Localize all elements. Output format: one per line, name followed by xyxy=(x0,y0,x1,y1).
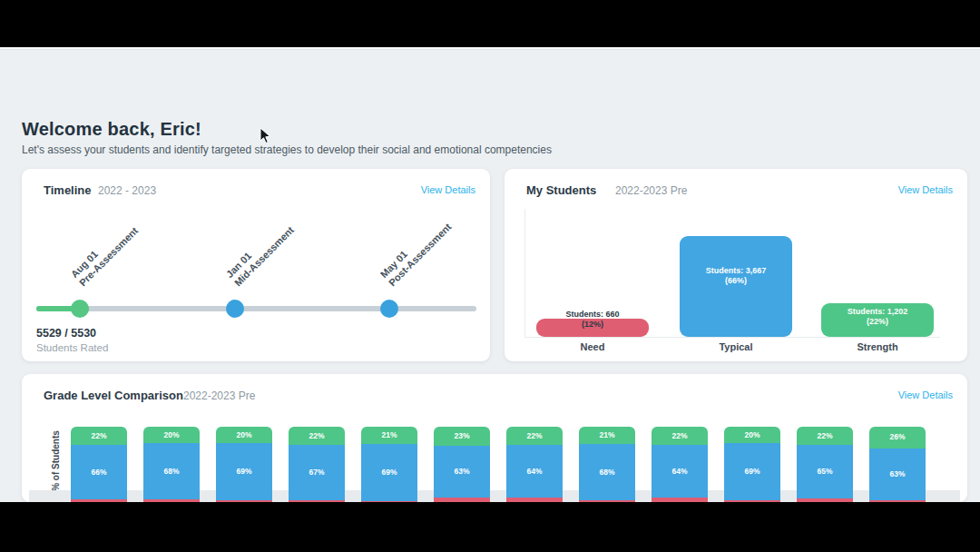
segment-typical: 68% xyxy=(143,443,200,499)
stacked-bar[interactable]: 22%64% xyxy=(506,427,563,502)
segment-strength: 23% xyxy=(434,427,490,446)
timeline-view-details-link[interactable]: View Details xyxy=(421,184,475,195)
milestone-label-post: May 01 Post-Assessment xyxy=(378,212,455,289)
segment-strength: 21% xyxy=(361,427,417,444)
segment-typical: 69% xyxy=(361,444,417,501)
segment-typical: 64% xyxy=(652,445,708,498)
stacked-bar[interactable]: 26%63% xyxy=(869,427,926,502)
segment-percent-label: 68% xyxy=(143,467,200,476)
segment-strength: 22% xyxy=(289,427,345,445)
segment-typical: 63% xyxy=(434,446,490,498)
segment-typical: 66% xyxy=(71,445,127,499)
stacked-bar[interactable]: 20%69% xyxy=(216,427,272,502)
my-students-card-period: 2022-2023 Pre xyxy=(615,184,687,197)
segment-strength: 21% xyxy=(579,427,635,444)
segment-percent-label: 69% xyxy=(361,468,417,477)
my-students-card: My Students 2022-2023 Pre View Details S… xyxy=(505,169,967,361)
timeline-card-period: 2022 - 2023 xyxy=(98,184,156,197)
milestone-label-mid: Jan 01 Mid-Assessment xyxy=(224,216,297,289)
timeline-dot-pre-assessment[interactable] xyxy=(71,300,89,318)
segment-percent-label: 22% xyxy=(506,431,563,440)
segment-percent-label: 26% xyxy=(869,432,926,441)
stacked-bar[interactable]: 22%64% xyxy=(652,427,708,502)
segment-percent-label: 20% xyxy=(724,430,780,439)
grade-chart-y-axis-label: % of Students xyxy=(51,420,61,502)
x-axis-category-label: Need xyxy=(536,341,649,352)
segment-typical: 67% xyxy=(289,445,345,500)
segment-percent-label: 64% xyxy=(652,467,708,476)
stacked-bar[interactable]: 22%67% xyxy=(289,427,345,502)
bar-value-label: Students: 1,202 (22%) xyxy=(821,307,934,327)
students-rated-value: 5529 / 5530 xyxy=(36,327,96,340)
segment-typical: 64% xyxy=(506,445,563,498)
timeline-track[interactable] xyxy=(36,306,476,311)
segment-percent-label: 21% xyxy=(579,430,635,439)
grade-level-comparison-card: Grade Level Comparison 2022-2023 Pre Vie… xyxy=(22,374,967,502)
timeline-card-title: Timeline xyxy=(44,183,92,197)
segment-percent-label: 22% xyxy=(71,431,127,440)
segment-strength: 20% xyxy=(143,427,200,443)
segment-percent-label: 22% xyxy=(652,431,708,440)
segment-percent-label: 64% xyxy=(506,467,563,476)
grade-card-title: Grade Level Comparison xyxy=(44,389,183,402)
segment-strength: 22% xyxy=(797,427,853,445)
timeline-card: Timeline 2022 - 2023 View Details Aug 01… xyxy=(22,169,490,361)
segment-typical: 65% xyxy=(797,445,853,498)
x-axis-line xyxy=(524,337,940,338)
segment-percent-label: 63% xyxy=(434,467,490,476)
segment-typical: 63% xyxy=(869,448,926,500)
segment-percent-label: 69% xyxy=(724,467,780,476)
letterbox-top xyxy=(0,0,980,47)
segment-percent-label: 22% xyxy=(289,431,345,440)
segment-percent-label: 23% xyxy=(434,431,490,440)
x-axis-category-label: Strength xyxy=(821,341,934,352)
segment-strength: 22% xyxy=(506,427,563,445)
stacked-bar[interactable]: 21%69% xyxy=(361,427,417,502)
milestone-label-pre: Aug 01 Pre-Assessment xyxy=(69,217,141,289)
segment-typical: 69% xyxy=(216,443,272,500)
bar-value-label: Students: 660 (12%) xyxy=(536,310,649,330)
grade-card-period: 2022-2023 Pre xyxy=(183,389,255,402)
segment-strength: 20% xyxy=(216,427,272,443)
segment-percent-label: 20% xyxy=(216,430,272,439)
segment-strength: 22% xyxy=(71,427,127,445)
x-axis-category-label: Typical xyxy=(680,341,792,352)
timeline-dot-mid-assessment[interactable] xyxy=(226,300,244,318)
letterbox-bottom xyxy=(0,502,980,552)
segment-percent-label: 63% xyxy=(869,469,926,478)
segment-strength: 20% xyxy=(724,427,780,443)
page-title: Welcome back, Eric! xyxy=(22,119,201,140)
page-subtitle: Let's assess your students and identify … xyxy=(22,143,552,156)
segment-percent-label: 21% xyxy=(361,430,417,439)
segment-percent-label: 69% xyxy=(216,467,272,476)
segment-percent-label: 20% xyxy=(143,430,200,439)
students-rated-label: Students Rated xyxy=(36,342,108,353)
y-axis-line xyxy=(524,209,525,337)
stacked-bar[interactable]: 21%68% xyxy=(579,427,635,502)
segment-strength: 22% xyxy=(652,427,708,445)
stacked-bar[interactable]: 23%63% xyxy=(434,427,490,502)
segment-percent-label: 65% xyxy=(797,467,853,476)
segment-percent-label: 68% xyxy=(579,468,635,477)
stacked-bar[interactable]: 22%66% xyxy=(71,427,127,502)
segment-percent-label: 22% xyxy=(797,431,853,440)
segment-percent-label: 67% xyxy=(289,468,345,477)
stacked-bar[interactable]: 22%65% xyxy=(797,427,853,502)
segment-percent-label: 66% xyxy=(71,468,127,477)
my-students-card-title: My Students xyxy=(526,183,596,197)
stacked-bar[interactable]: 20%69% xyxy=(724,427,780,502)
timeline-dot-post-assessment[interactable] xyxy=(380,300,398,318)
segment-typical: 69% xyxy=(724,443,780,500)
stacked-bar[interactable]: 20%68% xyxy=(143,427,200,502)
segment-strength: 26% xyxy=(869,427,926,448)
bar-typical[interactable] xyxy=(680,236,792,337)
grade-view-details-link[interactable]: View Details xyxy=(898,389,953,400)
bar-value-label: Students: 3,667 (66%) xyxy=(680,266,792,286)
my-students-view-details-link[interactable]: View Details xyxy=(898,184,953,195)
segment-typical: 68% xyxy=(579,444,635,500)
